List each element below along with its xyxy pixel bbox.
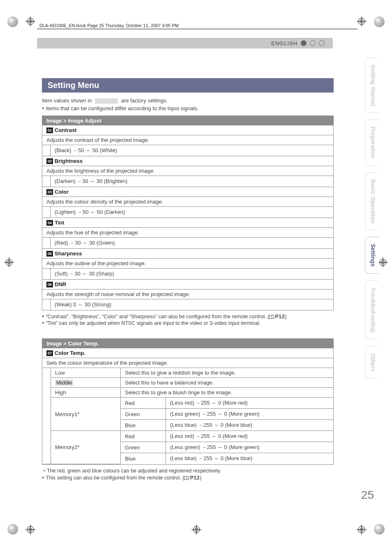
footnote-text: “Tint” can only be adjusted when NTSC si… (42, 320, 334, 326)
channel-red-range: (Less red) －255 ～ 0 (More red) (166, 431, 334, 442)
color-temp-header: Image > Color Temp. (42, 339, 333, 348)
footnote-text: This setting can also be configured from… (46, 475, 184, 481)
color-temp-footnotes: ＊The red, green and blue colours can be … (42, 468, 334, 481)
channel-green-range: (Less green) －255 ～ 0 (More green) (166, 442, 334, 453)
setting-range-row: (Black) －50 ～ 50 (White) (42, 145, 333, 156)
color-temp-options-grid: Low Select this to give a reddish tinge … (42, 368, 333, 464)
setting-range: (Darken) －30 ～ 30 (Brighten) (51, 176, 131, 187)
print-corner-orb (7, 524, 18, 535)
registration-mark-icon (4, 257, 14, 267)
signals-note: Items that can be configured differ acco… (42, 105, 334, 111)
setting-num-icon: 06 (46, 282, 53, 287)
setting-range-row: (Weak) 0 ～ 30 (Strong) (42, 299, 333, 310)
page-number: 25 (361, 488, 374, 502)
setting-num-icon: 05 (46, 251, 53, 257)
option-memory1-label: Memory1* (51, 398, 121, 431)
setting-num-icon: 07 (46, 350, 53, 356)
registration-mark-icon (357, 525, 367, 535)
option-high-label: High (51, 388, 121, 398)
channel-blue-label: Blue (121, 420, 166, 431)
page-ref-icon (269, 315, 274, 319)
setting-row-brightness: 02 Brightness (42, 156, 333, 166)
image-adjust-table: Image > Image Adjust 01 Contrast Adjusts… (42, 116, 334, 310)
setting-range: (Red) －30 ～ 30 (Green) (51, 238, 119, 248)
registration-mark-icon (25, 16, 35, 26)
option-low-desc: Select this to give a reddish tinge to t… (121, 368, 334, 378)
setting-row-contrast: 01 Contrast (42, 125, 333, 135)
setting-row-color: 03 Color (42, 187, 333, 197)
channel-blue-range: (Less blue) －255 ～ 0 (More blue) (166, 420, 334, 431)
registration-mark-icon (378, 257, 388, 267)
lang-dot-empty-icon (310, 40, 316, 46)
side-tab-basic-operation[interactable]: Basic Operation (365, 172, 379, 230)
setting-range: (Weak) 0 ～ 30 (Strong) (51, 299, 115, 310)
option-middle-label: Middle (51, 378, 121, 388)
registration-mark-icon (25, 525, 35, 535)
footnote-asterisk: ＊The red, green and blue colours can be … (42, 468, 334, 475)
setting-title: Color Temp. (55, 350, 85, 356)
section-title: Setting Menu (42, 78, 334, 93)
setting-range-row: (Soft) －30 ～ 30 (Sharp) (42, 268, 333, 279)
channel-blue-label: Blue (121, 453, 166, 464)
side-tab-preparation[interactable]: Preparation (365, 120, 379, 166)
setting-range: (Black) －50 ～ 50 (White) (51, 145, 121, 156)
setting-row-tint: 04 Tint (42, 218, 333, 227)
print-corner-orb (7, 16, 18, 27)
option-memory2-label: Memory2* (51, 431, 121, 464)
setting-desc: Adjusts the outline of the projected ima… (42, 258, 333, 268)
language-indicator: ENGLISH (271, 38, 325, 49)
registration-mark-icon (357, 16, 367, 26)
lang-dot-empty-icon (319, 40, 325, 46)
setting-desc: Adjusts the brightness of the projected … (42, 166, 333, 176)
factory-note-prefix: Item values shown in (42, 97, 92, 104)
print-corner-orb (374, 16, 385, 27)
setting-desc: Sets the colour temperature of the proje… (42, 358, 333, 368)
setting-title: Brightness (55, 158, 83, 164)
page-ref: P12 (275, 314, 285, 319)
setting-desc: Adjusts the contrast of the projected im… (42, 135, 333, 145)
color-temp-table: Image > Color Temp. 07 Color Temp. Sets … (42, 338, 334, 465)
page-ref-icon (184, 476, 189, 480)
setting-range-row: (Red) －30 ～ 30 (Green) (42, 237, 333, 248)
side-tab-bar: Getting Started Preparation Basic Operat… (365, 58, 379, 379)
side-tab-others[interactable]: Others (365, 346, 379, 379)
registration-mark-icon (191, 525, 201, 535)
page-content: Setting Menu Item values shown in are fa… (42, 78, 334, 482)
lang-dot-filled-icon (301, 40, 307, 46)
image-adjust-footnotes: “Contrast”, “Brightness”, “Color” and “S… (42, 314, 334, 326)
setting-num-icon: 04 (46, 220, 53, 226)
setting-title: Color (55, 189, 69, 195)
setting-title: DNR (55, 281, 66, 287)
print-header-text: DLA-HD100E_EN.book Page 25 Thursday, Oct… (39, 23, 179, 28)
setting-row-colortemp: 07 Color Temp. (42, 348, 333, 358)
channel-green-label: Green (121, 442, 166, 453)
factory-note-suffix: are factory settings. (121, 97, 168, 104)
channel-red-label: Red (121, 431, 166, 442)
setting-num-icon: 03 (46, 189, 53, 195)
setting-title: Tint (55, 220, 65, 226)
option-low-label: Low (51, 368, 121, 378)
setting-desc: Adjusts the strength of noise removal of… (42, 289, 333, 299)
setting-num-icon: 01 (46, 127, 53, 133)
setting-range-row: (Darken) －30 ～ 30 (Brighten) (42, 176, 333, 187)
setting-desc: Adjusts the colour density of the projec… (42, 197, 333, 206)
setting-row-dnr: 06 DNR (42, 279, 333, 289)
channel-blue-range: (Less blue) －255 ～ 0 (More blue) (166, 453, 334, 464)
option-high-desc: Select this to give a bluish tinge to th… (121, 388, 334, 398)
language-label: ENGLISH (271, 40, 297, 46)
side-tab-getting-started[interactable]: Getting Started (365, 58, 379, 113)
setting-row-sharpness: 05 Sharpness (42, 248, 333, 258)
factory-note: Item values shown in are factory setting… (42, 97, 334, 104)
channel-red-range: (Less red) －255 ～ 0 (More red) (166, 398, 334, 409)
setting-range-row: (Lighten) －50 ～ 50 (Darken) (42, 206, 333, 218)
channel-green-range: (Less green) －255 ～ 0 (More green) (166, 409, 334, 420)
setting-range: (Soft) －30 ～ 30 (Sharp) (51, 269, 118, 279)
page-ref: P12 (190, 475, 200, 481)
setting-title: Sharpness (55, 250, 82, 257)
side-tab-troubleshooting[interactable]: Troubleshooting (365, 280, 379, 340)
setting-title: Contrast (55, 127, 76, 133)
option-middle-desc: Select this to have a balanced image. (121, 378, 334, 388)
channel-green-label: Green (121, 409, 166, 420)
side-tab-settings[interactable]: Settings (365, 237, 379, 273)
channel-red-label: Red (121, 398, 166, 409)
